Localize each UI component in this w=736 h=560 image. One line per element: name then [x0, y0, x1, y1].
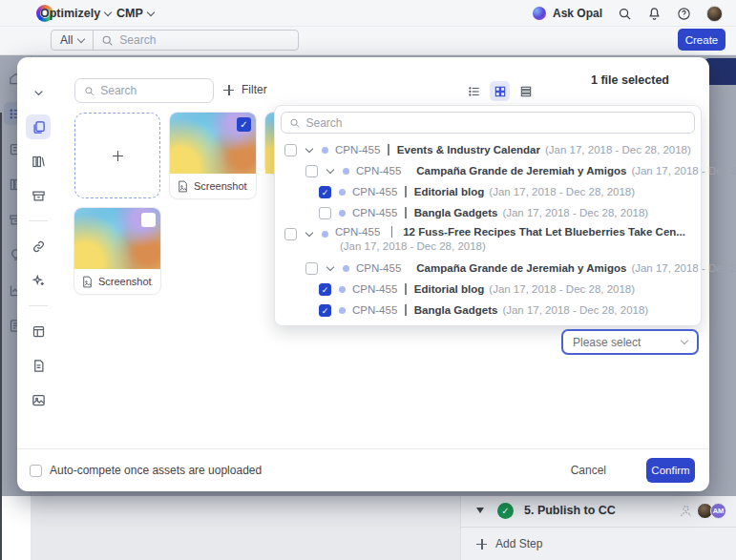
- campaign-title: Campaña Grande de Jeremiah y Amigos: [416, 165, 626, 176]
- product-menu-label: Optimizely: [40, 7, 100, 20]
- row-checkbox[interactable]: [319, 186, 331, 198]
- campaign-title: Editorial blog: [414, 283, 484, 295]
- auto-compete-checkbox[interactable]: [30, 465, 42, 477]
- tree-row[interactable]: CPN-455 Events & Industry Calendar (Jan …: [281, 139, 695, 160]
- document-icon: [32, 359, 46, 373]
- sparkles-icon: [32, 274, 46, 288]
- campaign-code: CPN-455: [352, 186, 397, 197]
- layout-icon: [32, 324, 46, 339]
- campaign-dates: (Jan 17, 2018 - Dec 28, 2018): [545, 144, 691, 156]
- grid-view-icon: [494, 85, 507, 98]
- assignee-avatar-initials[interactable]: AM: [710, 503, 726, 519]
- chevron-down-icon: [147, 8, 155, 15]
- rail-item-documents[interactable]: [26, 353, 51, 378]
- help-icon[interactable]: [677, 7, 691, 21]
- ask-opal-button[interactable]: Ask Opal: [533, 7, 602, 20]
- search-input[interactable]: [119, 33, 263, 47]
- rail-item-library[interactable]: [26, 149, 51, 174]
- product-menu[interactable]: Optimizely: [40, 7, 111, 20]
- auto-compete-option[interactable]: Auto-compete once assets are uoploaded: [30, 464, 262, 477]
- campaign-title: 12 Fuss-Free Recipes That Let Blueberrie…: [403, 226, 685, 238]
- status-dot: [339, 210, 346, 217]
- campaign-code: CPN-455: [352, 283, 397, 295]
- collapse-chevron-icon[interactable]: [476, 508, 484, 513]
- campaign-dates: (Jan 17, 2018 - Dec 28, 2018): [340, 240, 486, 252]
- rail-item-templates[interactable]: [26, 319, 51, 343]
- campaign-code: CPN-455: [335, 226, 380, 238]
- campaign-select[interactable]: Please select: [561, 329, 699, 355]
- list-view-button[interactable]: [464, 81, 484, 101]
- grid-view-button[interactable]: [490, 81, 510, 101]
- detail-view-button[interactable]: [515, 81, 536, 101]
- assign-user-icon[interactable]: [679, 504, 693, 518]
- tree-row[interactable]: CPN-455 Bangla Gadgets (Jan 17, 2018 - D…: [281, 300, 695, 321]
- row-checkbox[interactable]: [284, 228, 297, 240]
- upload-dropzone[interactable]: [74, 113, 160, 198]
- campaign-title: Bangla Gadgets: [414, 304, 498, 316]
- status-dot: [322, 231, 328, 238]
- chevron-down-icon[interactable]: [305, 144, 313, 152]
- search-scope-dropdown[interactable]: All: [52, 31, 94, 50]
- library-search-input[interactable]: [100, 84, 204, 97]
- archive-icon: [32, 189, 46, 203]
- file-card[interactable]: Screenshot...: [74, 208, 160, 294]
- rail-item-archive[interactable]: [26, 183, 51, 208]
- app-menu[interactable]: CMP: [116, 7, 154, 20]
- divider: [391, 226, 393, 238]
- search-icon: [84, 85, 95, 97]
- file-label-row: Screenshot...: [170, 174, 256, 198]
- status-dot: [322, 147, 328, 154]
- selected-count: 1 file selected: [591, 73, 669, 87]
- detail-view-icon: [519, 85, 533, 98]
- file-card[interactable]: ✓ Screenshot...: [170, 113, 256, 198]
- rail-item-link[interactable]: [26, 234, 51, 259]
- plus-icon: [476, 539, 487, 550]
- tree-row[interactable]: CPN-455 Bangla Gadgets (Jan 17, 2018 - D…: [281, 202, 695, 223]
- user-avatar[interactable]: [706, 6, 723, 22]
- campaign-code: CPN-455: [335, 144, 380, 156]
- file-thumbnail: [74, 208, 160, 269]
- row-checkbox[interactable]: [305, 262, 318, 275]
- link-icon: [32, 239, 46, 254]
- rail-item-images[interactable]: [26, 387, 51, 412]
- status-dot: [339, 286, 346, 293]
- tree-row[interactable]: CPN-455 Campaña Grande de Jeremiah y Ami…: [281, 160, 695, 181]
- row-checkbox[interactable]: [284, 144, 297, 156]
- tree-row[interactable]: CPN-455 Editorial blog (Jan 17, 2018 - D…: [281, 181, 695, 202]
- rail-item-ai-generate[interactable]: [26, 268, 51, 293]
- file-checkbox[interactable]: [141, 213, 156, 227]
- chevron-down-icon[interactable]: [326, 262, 334, 270]
- tree-row[interactable]: CPN-455 Campaña Grande de Jeremiah y Ami…: [281, 258, 695, 279]
- cancel-button[interactable]: Cancel: [571, 464, 606, 477]
- notifications-bell-icon[interactable]: [647, 7, 662, 21]
- row-checkbox[interactable]: [319, 207, 331, 219]
- chevron-down-icon: [104, 8, 112, 15]
- image-file-icon: [82, 276, 93, 288]
- chevron-down-icon[interactable]: [326, 165, 334, 173]
- campaign-title: Events & Industry Calendar: [397, 144, 540, 156]
- chevron-down-icon[interactable]: [305, 229, 313, 237]
- collapse-rail-button[interactable]: [26, 80, 51, 105]
- campaign-dates: (Jan 17, 2018 - Dec 28, 2018): [502, 304, 648, 316]
- task-steps-panel: ✓ 5. Publish to CC AM Add Step: [460, 496, 736, 560]
- row-checkbox[interactable]: [319, 304, 331, 317]
- tree-search-input[interactable]: [306, 116, 687, 130]
- publish-step-row[interactable]: ✓ 5. Publish to CC AM: [461, 496, 736, 525]
- view-toggles: [464, 81, 536, 101]
- row-checkbox[interactable]: [319, 283, 331, 296]
- campaign-dates: (Jan 17, 2018 - Dec 28, 2018): [631, 165, 736, 176]
- file-checkbox[interactable]: ✓: [237, 117, 251, 132]
- campaign-code: CPN-455: [356, 165, 401, 176]
- search-icon[interactable]: [618, 7, 632, 21]
- filter-button[interactable]: Filter: [223, 83, 267, 96]
- tree-search: [281, 112, 695, 134]
- create-button[interactable]: Create: [678, 29, 725, 51]
- add-step-button[interactable]: Add Step: [461, 528, 736, 550]
- top-bar-actions: Ask Opal: [533, 0, 723, 27]
- rail-item-files[interactable]: [26, 114, 51, 139]
- confirm-button[interactable]: Confirm: [646, 458, 695, 483]
- filter-label: Filter: [242, 83, 267, 96]
- tree-row[interactable]: CPN-455 Editorial blog (Jan 17, 2018 - D…: [281, 279, 695, 300]
- row-checkbox[interactable]: [305, 165, 318, 177]
- tree-row[interactable]: CPN-455 12 Fuss-Free Recipes That Let Bl…: [281, 223, 695, 258]
